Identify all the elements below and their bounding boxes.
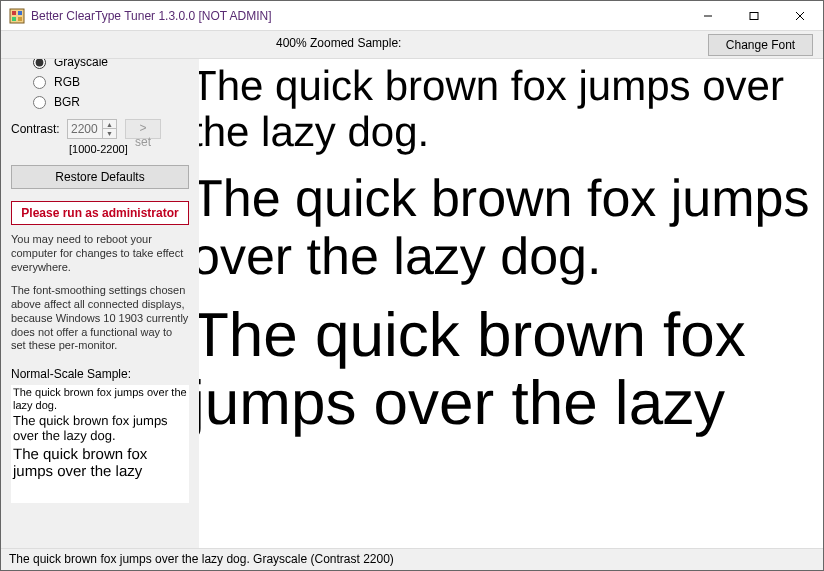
titlebar: Better ClearType Tuner 1.3.0.0 [NOT ADMI… (1, 1, 823, 31)
contrast-range-text: [1000-2200] (69, 143, 189, 155)
contrast-spinner[interactable]: ▲ ▼ (67, 119, 117, 139)
normal-sample-heading: Normal-Scale Sample: (11, 367, 189, 381)
normal-sample-panel: The quick brown fox jumps over the lazy … (11, 385, 189, 503)
contrast-label: Contrast: (11, 122, 59, 136)
zoomed-sample-panel: The quick brown fox jumps over the lazy … (199, 59, 823, 548)
zoom-line-3: The quick brown fox jumps over the lazy (199, 302, 823, 438)
minimize-button[interactable] (685, 1, 731, 31)
info-text-1: You may need to reboot your computer for… (11, 233, 189, 274)
normal-sample-line-1: The quick brown fox jumps over the lazy … (13, 387, 187, 412)
app-icon (9, 8, 25, 24)
contrast-input[interactable] (68, 120, 102, 138)
svg-rect-3 (12, 17, 16, 21)
maximize-button[interactable] (731, 1, 777, 31)
spinner-down-icon[interactable]: ▼ (102, 129, 116, 138)
spinner-arrows[interactable]: ▲ ▼ (102, 120, 116, 138)
radio-bgr-label: BGR (54, 95, 80, 109)
contrast-set-button[interactable]: > set (125, 119, 161, 139)
left-panel: Enable Font Antialiasing Grayscale RGB B… (1, 59, 199, 548)
status-bar: The quick brown fox jumps over the lazy … (1, 548, 823, 570)
zoom-sample-label: 400% Zoomed Sample: (276, 36, 401, 50)
zoom-line-2: The quick brown fox jumps over the lazy … (199, 171, 823, 285)
radio-rgb-label: RGB (54, 75, 80, 89)
radio-bgr[interactable]: BGR (33, 95, 189, 109)
info-text-2: The font-smoothing settings chosen above… (11, 284, 189, 353)
aa-mode-radios: Grayscale RGB BGR (33, 55, 189, 109)
change-font-button[interactable]: Change Font (708, 34, 813, 56)
top-strip: 400% Zoomed Sample: Change Font (1, 31, 823, 59)
svg-rect-1 (12, 11, 16, 15)
main-area: Enable Font Antialiasing Grayscale RGB B… (1, 59, 823, 548)
restore-defaults-button[interactable]: Restore Defaults (11, 165, 189, 189)
close-button[interactable] (777, 1, 823, 31)
window-title: Better ClearType Tuner 1.3.0.0 [NOT ADMI… (31, 9, 272, 23)
radio-rgb[interactable]: RGB (33, 75, 189, 89)
contrast-row: Contrast: ▲ ▼ > set (11, 119, 189, 139)
svg-rect-2 (18, 11, 22, 15)
radio-bgr-input[interactable] (33, 96, 46, 109)
zoom-line-1: The quick brown fox jumps over the lazy … (199, 63, 823, 155)
admin-warning: Please run as administrator (11, 201, 189, 225)
spinner-up-icon[interactable]: ▲ (102, 120, 116, 129)
normal-sample-line-3: The quick brown fox jumps over the lazy (13, 446, 187, 481)
radio-rgb-input[interactable] (33, 76, 46, 89)
normal-sample-line-2: The quick brown fox jumps over the lazy … (13, 414, 187, 444)
svg-rect-6 (750, 12, 758, 19)
svg-rect-4 (18, 17, 22, 21)
